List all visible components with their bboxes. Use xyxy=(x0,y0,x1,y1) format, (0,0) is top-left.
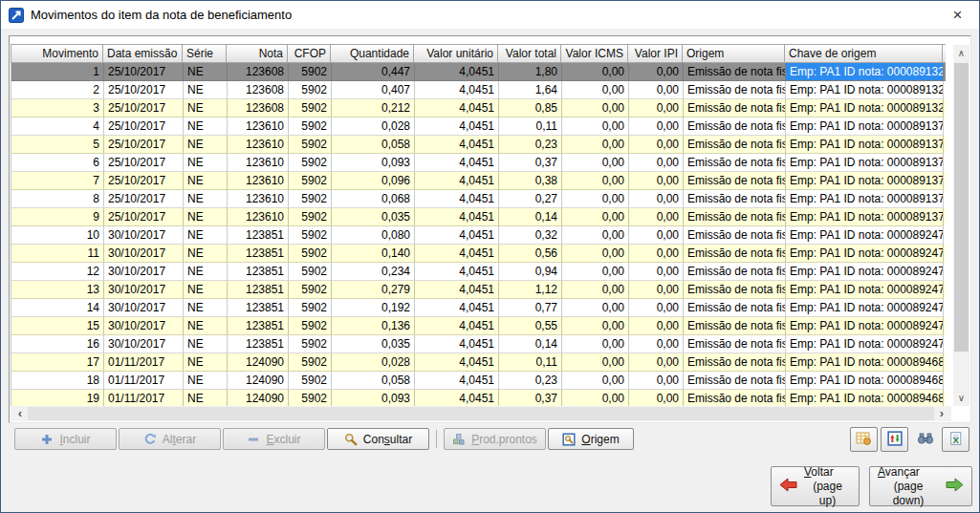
cell-cfop[interactable]: 5902 xyxy=(289,190,332,208)
cell-valor_ipi[interactable]: 0,00 xyxy=(629,281,684,299)
cell-chave_origem[interactable]: Emp: PA1 ID nota: 000089137 xyxy=(786,136,944,154)
cell-data_emissao[interactable]: 30/10/2017 xyxy=(104,263,184,281)
table-row[interactable]: 1801/11/2017NE12409059020,0584,04510,230… xyxy=(11,372,946,390)
column-header-valor_total[interactable]: Valor total xyxy=(498,44,561,63)
cell-chave_origem[interactable]: Emp: PA1 ID nota: 000089468 xyxy=(786,390,944,407)
cell-valor_total[interactable]: 0,55 xyxy=(499,317,562,335)
cell-cfop[interactable]: 5902 xyxy=(289,208,332,226)
cell-data_emissao[interactable]: 30/10/2017 xyxy=(104,226,184,245)
cell-quantidade[interactable]: 0,096 xyxy=(332,172,415,190)
cell-valor_icms[interactable]: 0,00 xyxy=(562,353,629,372)
cell-nota[interactable]: 123851 xyxy=(228,335,289,353)
cell-movimento[interactable]: 5 xyxy=(11,136,104,154)
cell-valor_unitario[interactable]: 4,0451 xyxy=(415,99,499,118)
cell-quantidade[interactable]: 0,080 xyxy=(332,226,415,245)
table-row[interactable]: 1230/10/2017NE12385159020,2344,04510,940… xyxy=(11,263,946,281)
cell-movimento[interactable]: 4 xyxy=(11,118,104,136)
scroll-down-button[interactable]: ∨ xyxy=(953,390,969,406)
cell-movimento[interactable]: 6 xyxy=(11,154,104,172)
cell-serie[interactable]: NE xyxy=(184,226,228,245)
table-row[interactable]: 1901/11/2017NE12409059020,0934,04510,370… xyxy=(11,390,946,407)
cell-nota[interactable]: 123610 xyxy=(228,190,289,208)
cell-data_emissao[interactable]: 25/10/2017 xyxy=(104,172,184,190)
table-row[interactable]: 225/10/2017NE12360859020,4074,04511,640,… xyxy=(11,81,946,99)
cell-valor_unitario[interactable]: 4,0451 xyxy=(415,390,499,407)
cell-origem[interactable]: Emissão de nota fiscal xyxy=(684,335,786,353)
table-row[interactable]: 725/10/2017NE12361059020,0964,04510,380,… xyxy=(11,172,946,190)
cell-nota[interactable]: 123608 xyxy=(228,63,289,81)
horizontal-scroll-thumb[interactable] xyxy=(28,407,934,420)
cell-serie[interactable]: NE xyxy=(184,281,228,299)
cell-valor_unitario[interactable]: 4,0451 xyxy=(415,190,499,208)
cell-valor_unitario[interactable]: 4,0451 xyxy=(415,81,499,99)
consultar-button[interactable]: Consultar xyxy=(327,428,429,450)
table-row[interactable]: 325/10/2017NE12360859020,2124,04510,850,… xyxy=(11,99,946,118)
table-row[interactable]: 1030/10/2017NE12385159020,0804,04510,320… xyxy=(11,226,946,245)
cell-cfop[interactable]: 5902 xyxy=(289,99,332,118)
cell-origem[interactable]: Emissão de nota fiscal xyxy=(684,190,786,208)
cell-cfop[interactable]: 5902 xyxy=(289,226,332,245)
cell-valor_total[interactable]: 0,32 xyxy=(499,226,562,245)
cell-valor_icms[interactable]: 0,00 xyxy=(562,136,629,154)
cell-valor_ipi[interactable]: 0,00 xyxy=(629,372,684,390)
cell-nota[interactable]: 123608 xyxy=(228,81,289,99)
cell-valor_total[interactable]: 0,23 xyxy=(499,136,562,154)
cell-serie[interactable]: NE xyxy=(184,190,228,208)
cell-valor_icms[interactable]: 0,00 xyxy=(562,118,629,136)
cell-cfop[interactable]: 5902 xyxy=(289,63,332,81)
cell-chave_origem[interactable]: Emp: PA1 ID nota: 000089132 xyxy=(786,63,944,81)
cell-quantidade[interactable]: 0,028 xyxy=(332,353,415,372)
cell-valor_total[interactable]: 0,37 xyxy=(499,154,562,172)
cell-chave_origem[interactable]: Emp: PA1 ID nota: 000089247 xyxy=(786,317,944,335)
cell-chave_origem[interactable]: Emp: PA1 ID nota: 000089247 xyxy=(786,263,944,281)
cell-valor_unitario[interactable]: 4,0451 xyxy=(415,136,499,154)
column-header-chave_origem[interactable]: Chave de origem xyxy=(785,44,943,63)
sort-arrows-button[interactable] xyxy=(881,427,908,452)
cell-chave_origem[interactable]: Emp: PA1 ID nota: 000089468 xyxy=(786,353,944,372)
cell-data_emissao[interactable]: 30/10/2017 xyxy=(104,317,184,335)
cell-serie[interactable]: NE xyxy=(184,335,228,353)
avancar-page-down-button[interactable]: Avançar (page down) xyxy=(869,466,972,506)
cell-valor_ipi[interactable]: 0,00 xyxy=(629,245,684,263)
cell-valor_ipi[interactable]: 0,00 xyxy=(629,299,684,317)
table-row[interactable]: 425/10/2017NE12361059020,0284,04510,110,… xyxy=(11,118,946,136)
cell-valor_ipi[interactable]: 0,00 xyxy=(629,335,684,353)
cell-valor_total[interactable]: 0,27 xyxy=(499,190,562,208)
cell-valor_icms[interactable]: 0,00 xyxy=(562,245,629,263)
cell-chave_origem[interactable]: Emp: PA1 ID nota: 000089132 xyxy=(786,81,944,99)
cell-valor_icms[interactable]: 0,00 xyxy=(562,99,629,118)
cell-valor_ipi[interactable]: 0,00 xyxy=(629,190,684,208)
cell-valor_ipi[interactable]: 0,00 xyxy=(629,263,684,281)
cell-nota[interactable]: 123851 xyxy=(228,263,289,281)
cell-origem[interactable]: Emissão de nota fiscal xyxy=(684,372,786,390)
column-header-nota[interactable]: Nota xyxy=(227,44,288,63)
column-header-valor_unitario[interactable]: Valor unitário xyxy=(414,44,498,63)
scroll-right-button[interactable]: › xyxy=(934,406,949,421)
cell-cfop[interactable]: 5902 xyxy=(289,245,332,263)
cell-cfop[interactable]: 5902 xyxy=(289,154,332,172)
cell-serie[interactable]: NE xyxy=(184,372,228,390)
cell-valor_icms[interactable]: 0,00 xyxy=(562,281,629,299)
column-header-valor_icms[interactable]: Valor ICMS xyxy=(561,44,628,63)
cell-valor_total[interactable]: 0,14 xyxy=(499,335,562,353)
cell-origem[interactable]: Emissão de nota fiscal xyxy=(684,353,786,372)
cell-valor_unitario[interactable]: 4,0451 xyxy=(415,353,499,372)
voltar-page-up-button[interactable]: Voltar (page up) xyxy=(771,466,860,506)
cell-data_emissao[interactable]: 25/10/2017 xyxy=(104,154,184,172)
cell-valor_ipi[interactable]: 0,00 xyxy=(629,172,684,190)
cell-valor_unitario[interactable]: 4,0451 xyxy=(415,317,499,335)
cell-data_emissao[interactable]: 30/10/2017 xyxy=(104,281,184,299)
cell-cfop[interactable]: 5902 xyxy=(289,172,332,190)
cell-nota[interactable]: 123610 xyxy=(228,154,289,172)
cell-valor_icms[interactable]: 0,00 xyxy=(562,208,629,226)
table-row[interactable]: 825/10/2017NE12361059020,0684,04510,270,… xyxy=(11,190,946,208)
cell-valor_icms[interactable]: 0,00 xyxy=(562,317,629,335)
cell-data_emissao[interactable]: 30/10/2017 xyxy=(104,335,184,353)
cell-valor_total[interactable]: 0,85 xyxy=(499,99,562,118)
cell-movimento[interactable]: 3 xyxy=(11,99,104,118)
cell-data_emissao[interactable]: 25/10/2017 xyxy=(104,81,184,99)
table-row[interactable]: 1330/10/2017NE12385159020,2794,04511,120… xyxy=(11,281,946,299)
cell-movimento[interactable]: 14 xyxy=(11,299,104,317)
cell-nota[interactable]: 123610 xyxy=(228,208,289,226)
cell-nota[interactable]: 124090 xyxy=(228,390,289,407)
